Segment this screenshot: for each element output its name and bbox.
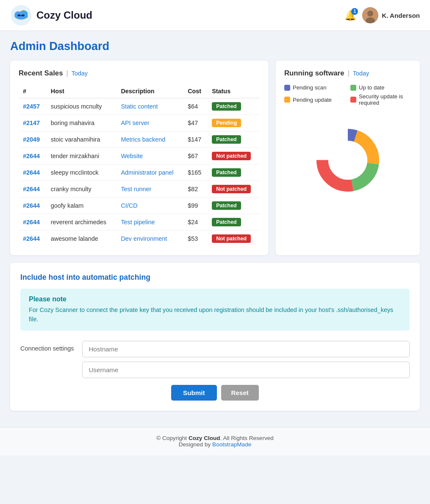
sales-table: # Host Description Cost Status #2457 sus… xyxy=(19,84,260,247)
legend-item: Security update is required xyxy=(350,93,411,106)
reset-button[interactable]: Reset xyxy=(221,385,259,401)
cell-description[interactable]: CI/CD xyxy=(117,198,183,214)
recent-sales-divider: | xyxy=(66,70,68,77)
cell-host: stoic varahamihira xyxy=(47,131,117,148)
running-software-card: Running software | Today Pending scanUp … xyxy=(276,61,420,255)
table-row: #2644 goofy kalam CI/CD $99 Patched xyxy=(19,198,260,214)
cell-id[interactable]: #2644 xyxy=(19,181,47,198)
cell-status: Patched xyxy=(208,131,260,148)
cell-id[interactable]: #2644 xyxy=(19,198,47,214)
legend-label: Pending scan xyxy=(293,84,326,91)
cell-cost: $165 xyxy=(183,164,208,181)
cell-host: tender mirzakhani xyxy=(47,148,117,164)
cell-id[interactable]: #2049 xyxy=(19,131,47,148)
legend-dot xyxy=(350,85,356,91)
recent-sales-title: Recent Sales xyxy=(19,69,63,78)
col-cost: Cost xyxy=(183,84,208,98)
donut-chart-container xyxy=(284,114,411,207)
cell-id[interactable]: #2457 xyxy=(19,98,47,115)
legend-item: Pending scan xyxy=(284,84,345,91)
cell-status: Pending xyxy=(208,115,260,131)
table-row: #2049 stoic varahamihira Metrics backend… xyxy=(19,131,260,148)
table-row: #2644 cranky mcnulty Test runner $82 Not… xyxy=(19,181,260,198)
legend-dot xyxy=(350,97,356,103)
patching-card: Include host into automatic patching Ple… xyxy=(10,263,420,411)
cell-host: cranky mcnulty xyxy=(47,181,117,198)
cell-cost: $82 xyxy=(183,181,208,198)
cell-id[interactable]: #2644 xyxy=(19,214,47,231)
submit-button[interactable]: Submit xyxy=(171,385,216,401)
table-row: #2644 awesome lalande Dev environment $5… xyxy=(19,231,260,247)
donut-chart xyxy=(305,118,390,203)
note-text: For Cozy Scanner to connect the private … xyxy=(29,306,401,324)
cell-status: Not patched xyxy=(208,231,260,247)
recent-sales-card: Recent Sales | Today # Host Description … xyxy=(10,61,268,255)
logo[interactable]: Cozy Cloud xyxy=(10,4,92,26)
header: Cozy Cloud 🔔 1 K. Anderson xyxy=(0,0,430,31)
cell-status: Not patched xyxy=(208,148,260,164)
recent-sales-header: Recent Sales | Today xyxy=(19,69,260,78)
table-row: #2644 tender mirzakhani Website $67 Not … xyxy=(19,148,260,164)
notification-bell[interactable]: 🔔 1 xyxy=(344,10,356,21)
patching-title: Include host into automatic patching xyxy=(20,273,410,282)
running-software-divider: | xyxy=(348,70,350,77)
username-input[interactable] xyxy=(82,362,410,378)
legend-label: Pending update xyxy=(293,97,332,103)
cell-id[interactable]: #2644 xyxy=(19,164,47,181)
footer-copyright: © Copyright Cozy Cloud. All Rights Reser… xyxy=(8,435,422,441)
legend-label: Up to date xyxy=(359,84,385,91)
svg-point-11 xyxy=(367,11,373,17)
cell-status: Patched xyxy=(208,98,260,115)
username: K. Anderson xyxy=(382,12,420,19)
cell-description[interactable]: Metrics backend xyxy=(117,131,183,148)
legend: Pending scanUp to datePending updateSecu… xyxy=(284,84,411,106)
table-row: #2644 reverent archimedes Test pipeline … xyxy=(19,214,260,231)
cell-cost: $47 xyxy=(183,115,208,131)
designer-link[interactable]: BootstrapMade xyxy=(212,441,251,448)
cell-cost: $147 xyxy=(183,131,208,148)
cell-id[interactable]: #2644 xyxy=(19,148,47,164)
col-description: Description xyxy=(117,84,183,98)
cell-cost: $99 xyxy=(183,198,208,214)
cell-id[interactable]: #2147 xyxy=(19,115,47,131)
footer-designer: Designed by BootstrapMade xyxy=(8,441,422,448)
cell-cost: $53 xyxy=(183,231,208,247)
designed-by-text: Designed by xyxy=(179,441,212,448)
table-header-row: # Host Description Cost Status xyxy=(19,84,260,98)
table-row: #2457 suspicious mcnulty Static content … xyxy=(19,98,260,115)
cell-description[interactable]: Dev environment xyxy=(117,231,183,247)
recent-sales-subtitle: Today xyxy=(72,70,88,77)
legend-dot xyxy=(284,85,290,91)
cell-description[interactable]: Website xyxy=(117,148,183,164)
cell-description[interactable]: Test runner xyxy=(117,181,183,198)
logo-icon xyxy=(10,4,32,26)
svg-rect-9 xyxy=(20,15,22,16)
running-software-title: Running software xyxy=(284,69,344,78)
connection-settings-label: Connection settings xyxy=(20,341,74,352)
cell-description[interactable]: Administrator panel xyxy=(117,164,183,181)
footer-brand: Cozy Cloud xyxy=(189,435,220,441)
avatar xyxy=(362,7,378,23)
svg-rect-7 xyxy=(17,14,20,16)
note-title: Please note xyxy=(29,295,401,303)
note-box: Please note For Cozy Scanner to connect … xyxy=(20,289,410,331)
hostname-input[interactable] xyxy=(82,341,410,357)
page-title: Admin Dashboard xyxy=(10,39,420,53)
cell-description[interactable]: Test pipeline xyxy=(117,214,183,231)
cell-host: reverent archimedes xyxy=(47,214,117,231)
cell-cost: $64 xyxy=(183,98,208,115)
user-info[interactable]: K. Anderson xyxy=(362,7,420,23)
legend-item: Pending update xyxy=(284,93,345,106)
table-row: #2644 sleepy mcclintock Administrator pa… xyxy=(19,164,260,181)
avatar-image xyxy=(362,7,378,23)
col-host: Host xyxy=(47,84,117,98)
cell-id[interactable]: #2644 xyxy=(19,231,47,247)
legend-label: Security update is required xyxy=(359,93,411,106)
cell-description[interactable]: Static content xyxy=(117,98,183,115)
cell-host: goofy kalam xyxy=(47,198,117,214)
cell-host: suspicious mcnulty xyxy=(47,98,117,115)
cell-status: Patched xyxy=(208,198,260,214)
cell-description[interactable]: API server xyxy=(117,115,183,131)
legend-item: Up to date xyxy=(350,84,411,91)
legend-dot xyxy=(284,97,290,103)
